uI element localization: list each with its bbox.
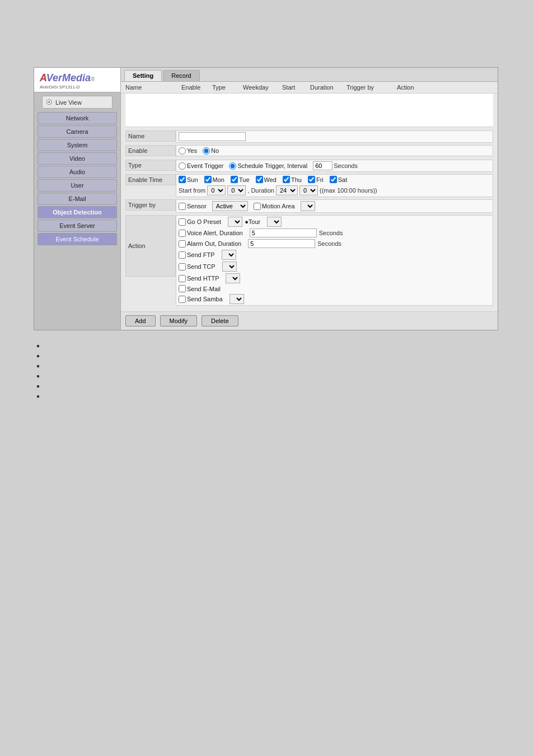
tour-label[interactable]: ● Tour bbox=[245, 218, 260, 225]
sidebar-item-email[interactable]: E-Mail bbox=[38, 193, 117, 205]
add-button[interactable]: Add bbox=[125, 315, 156, 326]
send-ftp-label[interactable]: Send FTP bbox=[179, 251, 215, 259]
duration-hour-select[interactable]: 24 bbox=[276, 185, 298, 195]
sidebar-item-object-detection[interactable]: Object Detection bbox=[38, 206, 117, 218]
day-sat[interactable]: Sat bbox=[330, 176, 348, 183]
voice-duration-input[interactable] bbox=[250, 228, 317, 237]
enable-yes-label[interactable]: Yes bbox=[179, 147, 197, 155]
name-input[interactable] bbox=[179, 132, 246, 141]
go-preset-checkbox[interactable] bbox=[179, 218, 186, 226]
type-event-radio[interactable] bbox=[179, 162, 186, 170]
content-area: Setting Record Name Enable Type Weekday … bbox=[121, 68, 498, 330]
alarm-duration-input[interactable] bbox=[248, 239, 315, 248]
send-http-checkbox[interactable] bbox=[179, 275, 186, 282]
name-label: Name bbox=[125, 130, 176, 142]
send-tcp-select[interactable] bbox=[222, 262, 237, 272]
voice-alert-label[interactable]: Voice Alert, Duration bbox=[179, 230, 243, 237]
sidebar-item-audio[interactable]: Audio bbox=[38, 166, 117, 178]
sidebar-item-event-schedule[interactable]: Event Schedule bbox=[38, 233, 117, 245]
start-min-select[interactable]: 0 bbox=[227, 185, 246, 195]
bullet-item-3 bbox=[45, 362, 500, 370]
enable-time-row: Enable Time Sun Mon Tue Wed Thu Fri Sat bbox=[125, 174, 493, 197]
day-sun[interactable]: Sun bbox=[179, 176, 198, 183]
motion-area-select[interactable] bbox=[301, 201, 315, 211]
bullet-item-6 bbox=[45, 392, 500, 400]
day-tue[interactable]: Tue bbox=[231, 176, 250, 183]
sidebar-item-user[interactable]: User bbox=[38, 179, 117, 192]
sidebar-item-camera[interactable]: Camera bbox=[38, 125, 117, 138]
day-mon[interactable]: Mon bbox=[204, 176, 224, 183]
day-thu[interactable]: Thu bbox=[283, 176, 302, 183]
col-enable: Enable bbox=[181, 84, 212, 91]
button-bar: Add Modify Delete bbox=[121, 311, 498, 330]
send-tcp-checkbox[interactable] bbox=[179, 263, 186, 270]
send-http-select[interactable] bbox=[226, 273, 240, 283]
action-control: Go O Preset ● Tour bbox=[176, 215, 493, 306]
tour-text: Tour bbox=[249, 218, 260, 225]
duration-label: , Duration bbox=[247, 187, 274, 194]
logo-avermedia: AVerMedia® bbox=[40, 72, 115, 84]
enable-no-radio[interactable] bbox=[203, 147, 210, 155]
col-type: Type bbox=[212, 84, 243, 91]
type-schedule-radio[interactable] bbox=[229, 162, 236, 170]
voice-alert-checkbox[interactable] bbox=[179, 230, 186, 237]
send-email-checkbox[interactable] bbox=[179, 285, 186, 292]
alarm-out-checkbox[interactable] bbox=[179, 240, 186, 248]
send-samba-text: Send Samba bbox=[187, 296, 223, 302]
tab-record[interactable]: Record bbox=[163, 70, 199, 81]
start-hour-select[interactable]: 06 bbox=[207, 185, 226, 195]
sidebar-item-network[interactable]: Network bbox=[38, 112, 117, 124]
tab-setting[interactable]: Setting bbox=[124, 70, 162, 81]
sidebar-item-event-server[interactable]: Event Server bbox=[38, 220, 117, 232]
send-email-label[interactable]: Send E-Mail bbox=[179, 285, 221, 292]
send-ftp-text: Send FTP bbox=[187, 251, 215, 258]
send-ftp-line: Send FTP bbox=[179, 250, 236, 260]
send-tcp-label[interactable]: Send TCP bbox=[179, 263, 216, 270]
alarm-out-label[interactable]: Alarm Out, Duration bbox=[179, 240, 241, 248]
action-row: Action Go O Preset ● bbox=[125, 215, 493, 306]
sidebar-item-system[interactable]: System bbox=[38, 139, 117, 151]
type-schedule-label[interactable]: Schedule Trigger, Interval bbox=[229, 162, 307, 170]
type-event-label[interactable]: Event Trigger bbox=[179, 162, 223, 170]
duration-min-select[interactable]: 0 bbox=[299, 185, 318, 195]
logo-area: AVerMedia® AVerDiGi SP1311-D bbox=[34, 68, 120, 92]
live-view-label: Live View bbox=[55, 99, 82, 106]
send-samba-line: Send Samba bbox=[179, 294, 244, 304]
name-control bbox=[176, 130, 493, 143]
bullet-item-1 bbox=[45, 342, 500, 349]
motion-area-label[interactable]: Motion Area bbox=[254, 203, 295, 210]
sensor-checkbox[interactable] bbox=[179, 203, 186, 210]
send-ftp-select[interactable] bbox=[222, 250, 236, 260]
day-fri[interactable]: Fri bbox=[308, 176, 324, 183]
enable-control: Yes No bbox=[176, 145, 493, 156]
type-label: Type bbox=[125, 160, 176, 171]
interval-input[interactable] bbox=[313, 161, 332, 170]
col-name: Name bbox=[125, 84, 181, 91]
send-http-label[interactable]: Send HTTP bbox=[179, 275, 219, 282]
col-trigger: Trigger by bbox=[346, 84, 397, 91]
motion-area-checkbox[interactable] bbox=[254, 203, 261, 210]
live-view-button[interactable]: ☉ Live View bbox=[42, 96, 113, 109]
send-samba-select[interactable] bbox=[229, 294, 244, 304]
enable-time-control: Sun Mon Tue Wed Thu Fri Sat Start from bbox=[176, 174, 493, 197]
send-http-text: Send HTTP bbox=[187, 275, 219, 282]
day-wed[interactable]: Wed bbox=[256, 176, 277, 183]
sensor-select[interactable]: ActiveInactive bbox=[212, 201, 248, 211]
enable-no-label[interactable]: No bbox=[203, 147, 219, 155]
start-from-label: Start from bbox=[179, 187, 205, 194]
preset-select[interactable] bbox=[228, 217, 242, 227]
go-preset-label[interactable]: Go O Preset bbox=[179, 218, 221, 226]
send-ftp-checkbox[interactable] bbox=[179, 251, 186, 259]
send-samba-label[interactable]: Send Samba bbox=[179, 296, 223, 303]
sensor-checkbox-label[interactable]: Sensor bbox=[179, 203, 207, 210]
scroll-content[interactable]: Name Enable Type Weekday Start Duration … bbox=[121, 82, 498, 330]
delete-button[interactable]: Delete bbox=[202, 315, 238, 326]
modify-button[interactable]: Modify bbox=[160, 315, 197, 326]
alarm-out-line: Alarm Out, Duration Seconds bbox=[179, 239, 341, 248]
send-samba-checkbox[interactable] bbox=[179, 296, 186, 303]
send-tcp-text: Send TCP bbox=[187, 263, 216, 270]
enable-row: Enable Yes No bbox=[125, 145, 493, 157]
sidebar-item-video[interactable]: Video bbox=[38, 152, 117, 165]
tour-select[interactable] bbox=[267, 217, 282, 227]
enable-yes-radio[interactable] bbox=[179, 147, 186, 155]
